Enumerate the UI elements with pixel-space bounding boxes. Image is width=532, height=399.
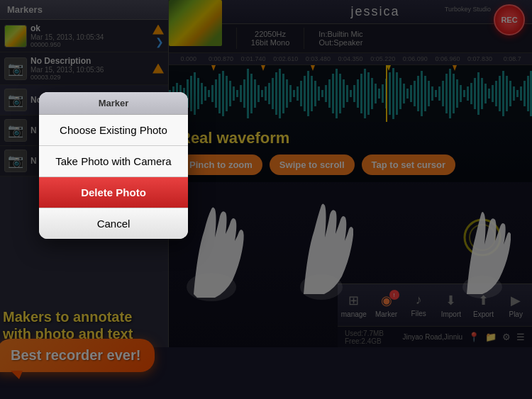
modal-overlay[interactable]: Marker Choose Existing Photo Take Photo … [0,0,532,399]
modal-title: Marker [39,92,188,115]
marker-modal: Marker Choose Existing Photo Take Photo … [39,92,188,239]
camera-photo-button[interactable]: Take Photo with Camera [39,146,188,177]
cancel-button[interactable]: Cancel [39,208,188,239]
choose-photo-button[interactable]: Choose Existing Photo [39,115,188,146]
delete-photo-button[interactable]: Delete Photo [39,177,188,208]
